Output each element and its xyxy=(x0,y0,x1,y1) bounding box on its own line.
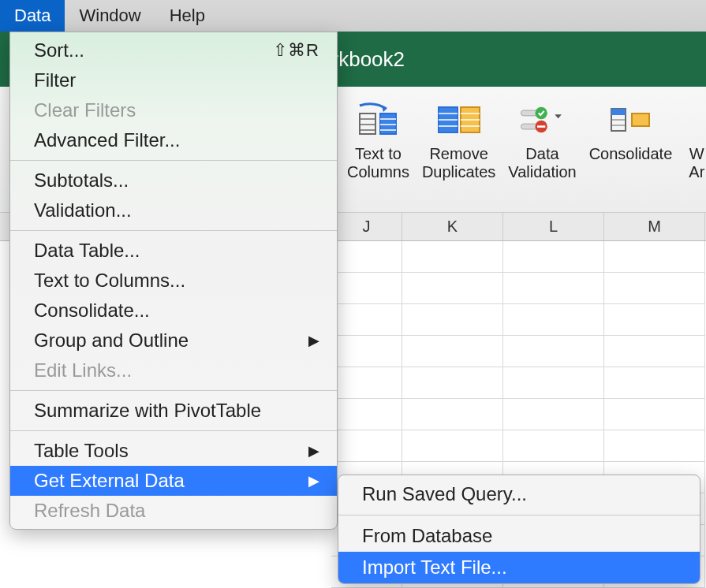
ribbon-label: W Ar xyxy=(689,145,704,181)
cell[interactable] xyxy=(503,430,604,462)
cell[interactable] xyxy=(503,336,604,367)
cell[interactable] xyxy=(503,367,604,399)
cell[interactable] xyxy=(402,399,503,430)
menu-label: Data Table... xyxy=(34,240,140,262)
remove-duplicates-icon xyxy=(435,101,483,139)
svg-rect-25 xyxy=(632,114,649,126)
menu-label: Table Tools xyxy=(34,440,129,462)
menu-label: Validation... xyxy=(34,199,132,221)
cell[interactable] xyxy=(331,399,402,430)
menubar: Data Window Help xyxy=(0,0,706,32)
menu-group-outline[interactable]: Group and Outline ▶ xyxy=(10,326,337,355)
cell[interactable] xyxy=(604,304,705,336)
menu-label: Filter xyxy=(34,69,76,91)
column-header[interactable]: L xyxy=(503,213,604,240)
ribbon-label: Data Validation xyxy=(508,145,576,181)
submenu-arrow-icon: ▶ xyxy=(308,472,319,489)
menu-separator xyxy=(10,160,337,161)
submenu-arrow-icon: ▶ xyxy=(308,332,319,349)
menu-filter[interactable]: Filter xyxy=(10,65,337,95)
cell[interactable] xyxy=(331,241,402,273)
submenu-arrow-icon: ▶ xyxy=(308,442,319,460)
menu-label: Consolidate... xyxy=(34,300,150,322)
menu-validation[interactable]: Validation... xyxy=(10,195,337,225)
cell[interactable] xyxy=(604,367,705,399)
menubar-window[interactable]: Window xyxy=(65,0,155,32)
cell[interactable] xyxy=(331,367,402,399)
menu-label: Run Saved Query... xyxy=(362,483,527,504)
cell[interactable] xyxy=(331,273,402,304)
menu-label: Refresh Data xyxy=(34,500,145,522)
consolidate-icon xyxy=(607,101,654,139)
menu-text-to-columns[interactable]: Text to Columns... xyxy=(10,266,337,296)
cell[interactable] xyxy=(503,304,604,336)
svg-rect-0 xyxy=(360,114,375,134)
ribbon-consolidate[interactable]: Consolidate xyxy=(589,101,673,163)
data-menu: Sort... ⇧⌘R Filter Clear Filters Advance… xyxy=(9,32,338,530)
cell[interactable] xyxy=(604,273,705,304)
menu-table-tools[interactable]: Table Tools ▶ xyxy=(10,436,337,466)
menubar-data[interactable]: Data xyxy=(0,0,65,32)
menu-label: Get External Data xyxy=(34,470,185,492)
ribbon-remove-duplicates[interactable]: Remove Duplicates xyxy=(422,101,495,181)
svg-rect-4 xyxy=(380,114,396,134)
cell[interactable] xyxy=(331,430,402,462)
cell[interactable] xyxy=(402,241,503,273)
menu-label: Clear Filters xyxy=(34,99,136,121)
menu-label: Text to Columns... xyxy=(34,270,185,292)
menu-separator xyxy=(338,515,700,515)
submenu-from-database[interactable]: From Database xyxy=(338,520,700,552)
ribbon-label: Text to Columns xyxy=(347,145,409,181)
cell[interactable] xyxy=(503,241,604,273)
menu-shortcut: ⇧⌘R xyxy=(273,40,319,61)
data-validation-icon xyxy=(518,101,566,139)
menu-separator xyxy=(10,390,337,391)
cell[interactable] xyxy=(503,273,604,304)
menu-label: Advanced Filter... xyxy=(34,129,180,151)
menu-refresh-data: Refresh Data xyxy=(10,496,337,526)
cell[interactable] xyxy=(503,399,604,430)
menu-label: Edit Links... xyxy=(34,359,132,381)
cell[interactable] xyxy=(604,241,705,273)
menu-consolidate[interactable]: Consolidate... xyxy=(10,296,337,326)
whatif-icon xyxy=(685,101,706,139)
menu-label: Sort... xyxy=(34,39,84,61)
ribbon-data-validation[interactable]: Data Validation xyxy=(508,101,576,181)
cell[interactable] xyxy=(402,304,503,336)
menu-label: Group and Outline xyxy=(34,329,189,352)
menu-label: Import Text File... xyxy=(362,556,507,578)
cell[interactable] xyxy=(331,304,402,336)
menu-label: Summarize with PivotTable xyxy=(34,400,261,422)
ribbon-text-to-columns[interactable]: Text to Columns xyxy=(347,101,409,181)
cell[interactable] xyxy=(402,367,503,399)
menu-get-external-data[interactable]: Get External Data ▶ xyxy=(10,466,337,496)
menu-separator xyxy=(10,430,337,431)
cell[interactable] xyxy=(402,430,503,462)
submenu-import-text-file[interactable]: Import Text File... xyxy=(338,552,700,583)
menu-subtotals[interactable]: Subtotals... xyxy=(10,166,337,195)
get-external-data-submenu: Run Saved Query... From Database Import … xyxy=(338,474,700,584)
submenu-run-saved-query[interactable]: Run Saved Query... xyxy=(338,478,700,510)
column-header[interactable]: J xyxy=(331,213,402,240)
menu-sort[interactable]: Sort... ⇧⌘R xyxy=(10,35,337,65)
ribbon-label: Consolidate xyxy=(589,145,673,163)
cell[interactable] xyxy=(604,336,705,367)
menu-label: Subtotals... xyxy=(34,169,129,192)
menu-edit-links: Edit Links... xyxy=(10,355,337,385)
cell[interactable] xyxy=(604,430,705,462)
menu-label: From Database xyxy=(362,525,492,546)
ribbon-whatif[interactable]: W Ar xyxy=(685,101,706,181)
cell[interactable] xyxy=(402,273,503,304)
menu-separator xyxy=(10,230,337,231)
cell[interactable] xyxy=(331,336,402,367)
menu-summarize-pivot[interactable]: Summarize with PivotTable xyxy=(10,396,337,426)
column-header[interactable]: K xyxy=(402,213,503,240)
cell[interactable] xyxy=(604,399,705,430)
column-header[interactable]: M xyxy=(604,213,705,240)
menubar-help[interactable]: Help xyxy=(155,0,219,32)
svg-rect-22 xyxy=(611,109,626,115)
cell[interactable] xyxy=(402,336,503,367)
ribbon-label: Remove Duplicates xyxy=(422,145,495,181)
menu-data-table[interactable]: Data Table... xyxy=(10,236,337,266)
menu-advanced-filter[interactable]: Advanced Filter... xyxy=(10,125,337,155)
